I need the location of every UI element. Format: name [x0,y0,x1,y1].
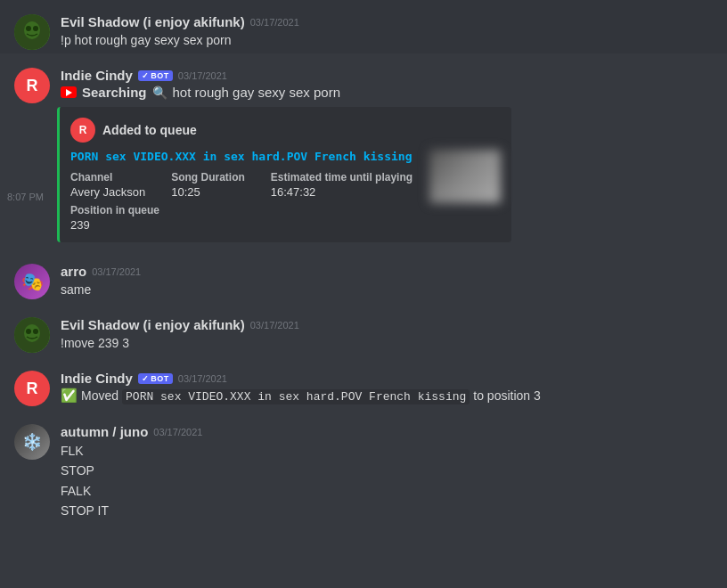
checkmark-icon: ✓ [142,71,150,80]
message-group-autumn-juno: ❄️ autumn / juno 03/17/2021 FLK STOP FAL… [0,410,727,525]
svg-point-7 [33,329,38,334]
embed-field-channel: Channel Avery Jackson [70,171,153,199]
avatar: R [14,68,50,103]
message-text: FLK STOP FALK STOP IT [61,441,713,521]
play-triangle [66,89,72,96]
embed-info: PORN sex VIDEO.XXX in sex hard.POV Frenc… [70,150,421,232]
field-label-duration: Song Duration [171,171,253,184]
field-label-estimated: Estimated time until playing [271,171,421,184]
embed-field-estimated: Estimated time until playing 16:47:32 [271,171,421,199]
svg-point-2 [26,26,31,31]
avatar: R [14,371,50,406]
moved-title-code: PORN sex VIDEO.XXX in sex hard.POV Frenc… [122,389,470,404]
svg-point-5 [24,324,40,342]
message-content: Evil Shadow (i enjoy akifunk) 03/17/2021… [61,14,713,50]
message-header: autumn / juno 03/17/2021 [61,424,713,439]
thumbnail-image [429,150,501,203]
line-2: STOP [61,461,713,480]
username: Indie Cindy [61,68,133,83]
moved-line: ✅ Moved PORN sex VIDEO.XXX in sex hard.P… [61,388,713,404]
field-value-duration: 10:25 [171,185,253,199]
message-group-evil-shadow-1: Evil Shadow (i enjoy akifunk) 03/17/2021… [0,0,727,53]
field-value-position: 239 [70,218,421,232]
avatar: ❄️ [14,424,50,460]
message-group-evil-shadow-2: Evil Shadow (i enjoy akifunk) 03/17/2021… [0,303,727,356]
bot-label: BOT [151,374,169,383]
line-3: FALK [61,481,713,501]
bot-badge: ✓ BOT [138,373,173,384]
checkmark-icon: ✓ [142,374,150,383]
embed-bot-avatar: R [70,118,95,143]
message-group-arro: 🎭 arro 03/17/2021 same [0,249,727,303]
message-header: Evil Shadow (i enjoy akifunk) 03/17/2021 [61,14,713,29]
avatar [14,14,50,50]
field-value-estimated: 16:47:32 [271,185,421,199]
message-header: Indie Cindy ✓ BOT 03/17/2021 [61,371,713,386]
svg-point-6 [26,329,31,334]
message-text: !move 239 3 [61,334,713,353]
youtube-icon [61,86,77,98]
avatar: 🎭 [14,264,50,299]
field-label-channel: Channel [70,171,153,184]
timestamp: 03/17/2021 [178,70,227,81]
message-group-indie-cindy-1: R Indie Cindy ✓ BOT 03/17/2021 Searching… [0,53,727,249]
username: Evil Shadow (i enjoy akifunk) [61,317,245,332]
timestamp: 03/17/2021 [250,320,299,331]
line-4: STOP IT [61,501,713,520]
field-label-position: Position in queue [70,204,421,216]
timestamp: 03/17/2021 [178,373,227,384]
embed-title[interactable]: PORN sex VIDEO.XXX in sex hard.POV Frenc… [70,150,421,164]
moved-action: Moved [81,388,118,403]
message-content: Indie Cindy ✓ BOT 03/17/2021 Searching 🔍… [61,68,713,242]
to-position-text: to position 3 [473,388,541,403]
searching-label: Searching [82,85,147,100]
field-value-channel: Avery Jackson [70,185,153,199]
message-content: Evil Shadow (i enjoy akifunk) 03/17/2021… [61,317,713,353]
embed-card: PORN sex VIDEO.XXX in sex hard.POV Frenc… [70,150,501,232]
message-header: Indie Cindy ✓ BOT 03/17/2021 [61,68,713,83]
added-to-queue-label: Added to queue [102,123,197,137]
timestamp: 03/17/2021 [153,427,202,437]
queue-header: R Added to queue [70,118,501,143]
embed-container: R Added to queue PORN sex VIDEO.XXX in s… [57,107,713,242]
username: Indie Cindy [61,371,133,386]
message-time: 8:07 PM [7,192,44,202]
bot-badge: ✓ BOT [138,70,173,81]
message-header: arro 03/17/2021 [61,264,713,279]
bot-label: BOT [151,71,169,80]
message-content: Indie Cindy ✓ BOT 03/17/2021 ✅ Moved POR… [61,371,713,406]
username: autumn / juno [61,424,148,439]
search-terms: hot rough gay sexy sex porn [173,85,340,100]
message-header: Evil Shadow (i enjoy akifunk) 03/17/2021 [61,317,713,332]
checkmark-emoji: ✅ [61,388,78,404]
svg-point-1 [24,21,40,39]
message-text: same [61,281,713,299]
line-1: FLK [61,441,713,461]
timestamp: 03/17/2021 [92,266,141,277]
message-text: !p hot rough gay sexy sex porn [61,31,713,50]
embed-field-duration: Song Duration 10:25 [171,171,253,199]
queue-embed: R Added to queue PORN sex VIDEO.XXX in s… [57,107,511,242]
username: Evil Shadow (i enjoy akifunk) [61,14,245,29]
searching-line: Searching 🔍 hot rough gay sexy sex porn [61,85,713,100]
message-content: autumn / juno 03/17/2021 FLK STOP FALK S… [61,424,713,521]
embed-fields: Channel Avery Jackson Song Duration 10:2… [70,171,421,232]
svg-point-3 [33,26,38,31]
embed-field-position: Position in queue 239 [70,204,421,232]
magnify-icon: 🔍 [152,86,167,100]
username: arro [61,264,86,279]
avatar [14,317,50,353]
embed-thumbnail [429,150,501,203]
timestamp: 03/17/2021 [250,17,299,28]
message-content: arro 03/17/2021 same [61,264,713,299]
message-group-indie-cindy-2: R Indie Cindy ✓ BOT 03/17/2021 ✅ Moved P… [0,356,727,410]
